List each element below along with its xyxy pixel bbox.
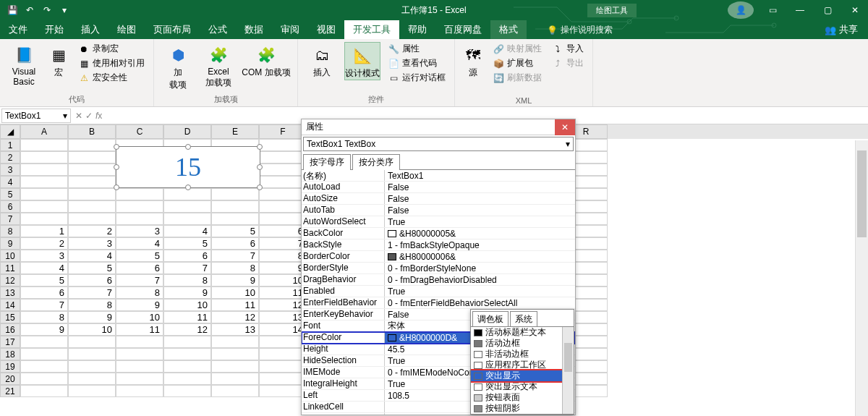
cell[interactable] — [259, 200, 307, 213]
macro-security-button[interactable]: ⚠宏安全性 — [75, 71, 148, 85]
cell[interactable] — [259, 188, 307, 200]
expansion-pack-button[interactable]: 📦扩展包 — [490, 56, 545, 70]
cell[interactable] — [116, 348, 163, 360]
name-box[interactable]: TextBox1▾ — [1, 109, 71, 123]
column-header[interactable]: F — [259, 124, 307, 139]
cell[interactable]: 9 — [20, 323, 68, 336]
cell[interactable]: 13 — [259, 311, 307, 323]
cell[interactable]: 5 — [20, 274, 68, 286]
property-row[interactable]: BackStyle1 - fmBackStyleOpaque — [302, 239, 575, 251]
cell[interactable] — [68, 213, 116, 225]
cell[interactable]: 7 — [116, 274, 163, 286]
cell[interactable]: 10 — [163, 299, 211, 311]
close-window-icon[interactable]: ✕ — [842, 1, 868, 19]
xml-source-button[interactable]: 🗺源 — [461, 42, 485, 79]
resize-handle[interactable] — [257, 184, 263, 190]
row-header[interactable]: 15 — [0, 311, 20, 323]
macros-button[interactable]: ▦宏 — [46, 42, 71, 79]
cell[interactable] — [20, 373, 68, 385]
cell[interactable]: 8 — [68, 299, 116, 311]
popup-scrollbar[interactable] — [562, 327, 574, 414]
row-header[interactable]: 21 — [0, 385, 20, 397]
properties-button[interactable]: 🔧属性 — [385, 42, 448, 56]
cell[interactable] — [211, 336, 259, 348]
color-option[interactable]: 活动边框 — [471, 338, 574, 349]
record-macro-button[interactable]: ⏺录制宏 — [75, 42, 148, 56]
row-header[interactable]: 6 — [0, 200, 20, 213]
property-row[interactable]: BorderStyle0 - fmBorderStyleNone — [302, 263, 575, 274]
addins-button[interactable]: ⬢加 载项 — [160, 42, 196, 91]
resize-handle[interactable] — [257, 164, 263, 170]
cell[interactable] — [259, 385, 307, 397]
cell[interactable] — [20, 213, 68, 225]
row-header[interactable]: 12 — [0, 274, 20, 286]
cell[interactable] — [68, 139, 116, 151]
cell[interactable]: 9 — [68, 311, 116, 323]
cell[interactable] — [211, 200, 259, 213]
color-option[interactable]: 活动标题栏文本 — [471, 327, 574, 338]
cell[interactable] — [20, 176, 68, 188]
row-header[interactable]: 5 — [0, 188, 20, 200]
cell[interactable]: 2 — [20, 237, 68, 250]
cell[interactable] — [68, 336, 116, 348]
row-header[interactable]: 20 — [0, 373, 20, 385]
cell[interactable]: 2 — [68, 225, 116, 237]
cell[interactable]: 6 — [116, 262, 163, 274]
resize-handle[interactable] — [257, 144, 263, 150]
tab-format[interactable]: 格式 — [490, 20, 527, 39]
map-properties-button[interactable]: 🔗映射属性 — [490, 42, 545, 56]
cell[interactable] — [211, 385, 259, 397]
vertical-scrollbar[interactable] — [855, 140, 868, 416]
cell[interactable] — [20, 348, 68, 360]
cell[interactable] — [259, 336, 307, 348]
cell[interactable] — [116, 373, 163, 385]
property-row[interactable]: EnabledTrue — [302, 286, 575, 297]
color-option[interactable]: 突出显示 — [471, 370, 574, 381]
cell[interactable] — [68, 188, 116, 200]
color-option[interactable]: 突出显示文本 — [471, 381, 574, 392]
run-dialog-button[interactable]: ▭运行对话框 — [385, 71, 448, 85]
column-header[interactable]: B — [68, 124, 116, 139]
color-option[interactable]: 应用程序工作区 — [471, 360, 574, 370]
redo-icon[interactable]: ↷ — [39, 2, 55, 18]
save-icon[interactable]: 💾 — [4, 2, 20, 18]
cell[interactable]: 11 — [116, 323, 163, 336]
row-header[interactable]: 2 — [0, 151, 20, 164]
close-icon[interactable]: ✕ — [555, 119, 575, 135]
cell[interactable]: 4 — [163, 225, 211, 237]
cell[interactable]: 12 — [211, 311, 259, 323]
row-header[interactable]: 1 — [0, 139, 20, 151]
row-header[interactable]: 9 — [0, 237, 20, 250]
excel-addins-button[interactable]: 🧩Excel 加载项 — [200, 42, 237, 89]
cell[interactable]: 1 — [20, 225, 68, 237]
cell[interactable]: 7 — [259, 237, 307, 250]
resize-handle[interactable] — [185, 144, 191, 150]
object-selector[interactable]: TextBox1 TextBox▾ — [303, 137, 574, 151]
row-header[interactable]: 7 — [0, 213, 20, 225]
tab-palette[interactable]: 调色板 — [472, 311, 509, 327]
row-header[interactable]: 17 — [0, 336, 20, 348]
cell[interactable]: 6 — [20, 286, 68, 299]
property-row[interactable]: DragBehavior0 - fmDragBehaviorDisabled — [302, 274, 575, 286]
cell[interactable]: 5 — [68, 262, 116, 274]
cell[interactable] — [259, 176, 307, 188]
resize-handle[interactable] — [114, 164, 119, 170]
cell[interactable]: 13 — [211, 323, 259, 336]
tab-system[interactable]: 系统 — [510, 311, 537, 327]
cell[interactable] — [68, 360, 116, 373]
cell[interactable] — [163, 336, 211, 348]
cell[interactable] — [68, 176, 116, 188]
cell[interactable] — [211, 188, 259, 200]
cell[interactable] — [259, 348, 307, 360]
cell[interactable]: 7 — [211, 250, 259, 262]
cell[interactable]: 9 — [211, 274, 259, 286]
user-avatar-icon[interactable]: 👤 — [728, 1, 754, 19]
cell[interactable]: 5 — [163, 237, 211, 250]
cell[interactable]: 6 — [163, 250, 211, 262]
cell[interactable]: 9 — [163, 286, 211, 299]
cell[interactable] — [68, 348, 116, 360]
tab-formulas[interactable]: 公式 — [200, 20, 236, 39]
resize-handle[interactable] — [185, 184, 191, 190]
cell[interactable]: 10 — [68, 323, 116, 336]
textbox-shape[interactable]: 15 — [116, 146, 260, 188]
